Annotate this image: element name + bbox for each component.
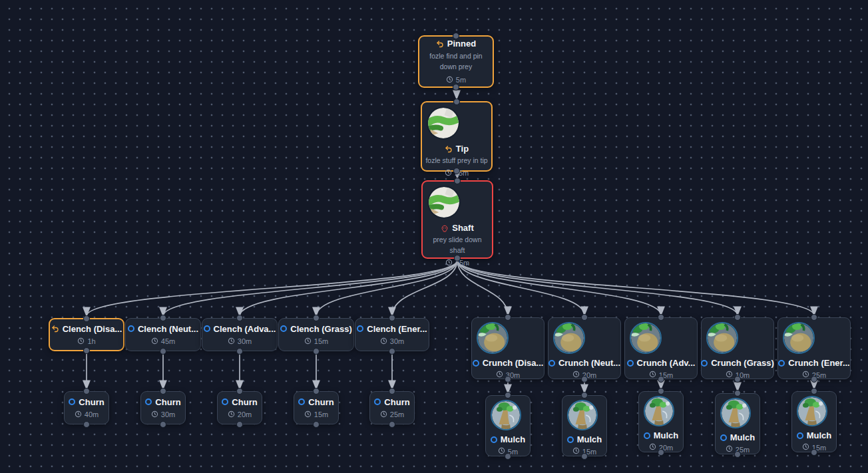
circle-icon (473, 360, 479, 367)
circle-icon (222, 398, 228, 405)
node-title-text: Clench (Ener... (367, 324, 427, 334)
handle-bottom[interactable] (658, 376, 664, 383)
node-tip[interactable]: Tipfozle stuff prey in tip15m (421, 101, 493, 172)
node-clench-2[interactable]: Clench (Neut...45m (125, 318, 201, 351)
node-duration-text: 45m (161, 337, 175, 345)
handle-top[interactable] (83, 315, 90, 322)
node-title: Churn (374, 397, 409, 407)
node-duration: 15m (304, 410, 328, 419)
node-churn-1[interactable]: Churn40m (64, 391, 109, 424)
node-crunch-2[interactable]: Crunch (Neut...20m (548, 317, 621, 379)
circle-icon (644, 432, 650, 439)
handle-bottom[interactable] (160, 348, 166, 355)
edge-shaft-to-crunch-4[interactable] (457, 260, 738, 315)
edge-shaft-to-clench-4[interactable] (316, 260, 457, 316)
node-crunch-3[interactable]: Crunch (Adv...15m (624, 317, 698, 379)
node-duration: 30m (380, 337, 404, 346)
handle-bottom[interactable] (734, 451, 741, 458)
handle-top[interactable] (313, 388, 320, 394)
undo-arrow-icon (51, 325, 59, 333)
clock-icon (446, 76, 453, 84)
handle-top[interactable] (453, 98, 460, 105)
handle-top[interactable] (236, 388, 243, 394)
handle-bottom[interactable] (389, 421, 395, 428)
node-title-text: Clench (Adva... (214, 324, 276, 334)
node-crunch-5[interactable]: Crunch (Ener...25m (777, 317, 851, 379)
node-churn-5[interactable]: Churn25m (369, 391, 415, 424)
edge-pinned-to-tip[interactable] (456, 89, 457, 99)
handle-bottom[interactable] (83, 347, 90, 354)
handle-bottom[interactable] (811, 376, 817, 383)
node-pinned[interactable]: Pinnedfozle find and pin down prey5m (418, 35, 494, 88)
node-title-text: Churn (79, 397, 104, 407)
node-mulch-3[interactable]: Mulch20m (638, 391, 684, 452)
node-mulch-5[interactable]: Mulch15m (791, 391, 837, 452)
node-clench-3[interactable]: Clench (Adva...30m (202, 318, 278, 351)
handle-bottom[interactable] (236, 348, 243, 355)
handle-top[interactable] (658, 314, 664, 321)
handle-bottom[interactable] (581, 376, 588, 383)
handle-bottom[interactable] (313, 421, 320, 428)
handle-top[interactable] (83, 388, 90, 394)
handle-bottom[interactable] (453, 84, 459, 90)
handle-bottom[interactable] (505, 453, 511, 460)
node-clench-1[interactable]: Clench (Disa...1h (49, 318, 124, 351)
node-mulch-4[interactable]: Mulch25m (715, 393, 760, 454)
clock-icon (802, 371, 809, 379)
handle-top[interactable] (658, 388, 664, 394)
handle-top[interactable] (581, 314, 588, 321)
node-title: Churn (69, 397, 104, 407)
handle-bottom[interactable] (236, 421, 243, 428)
handle-top[interactable] (160, 315, 166, 321)
node-clench-4[interactable]: Clench (Grass)15m (278, 318, 354, 351)
node-title: Mulch (567, 434, 602, 444)
handle-bottom[interactable] (811, 449, 817, 456)
node-title-text: Pinned (447, 39, 476, 49)
node-shaft[interactable]: Shaftprey slide down shaft15m (421, 180, 493, 259)
handle-top[interactable] (389, 388, 395, 394)
handle-top[interactable] (505, 392, 511, 398)
handle-bottom[interactable] (313, 348, 320, 355)
node-clench-5[interactable]: Clench (Ener...30m (355, 318, 429, 351)
handle-bottom[interactable] (83, 421, 90, 428)
handle-top[interactable] (453, 33, 459, 39)
handle-top[interactable] (454, 178, 461, 184)
skull-icon (441, 224, 449, 232)
edge-shaft-to-clench-2[interactable] (163, 260, 457, 316)
node-churn-4[interactable]: Churn15m (294, 391, 339, 424)
node-churn-2[interactable]: Churn30m (140, 391, 186, 424)
clock-icon (77, 337, 85, 346)
handle-bottom[interactable] (454, 255, 461, 261)
node-title-text: Crunch (Disa... (483, 358, 544, 368)
handle-bottom[interactable] (453, 168, 460, 174)
handle-top[interactable] (734, 314, 741, 321)
node-title-text: Shaft (452, 223, 474, 233)
edge-shaft-to-crunch-2[interactable] (457, 260, 584, 315)
handle-bottom[interactable] (658, 449, 664, 456)
node-title: Mulch (797, 430, 832, 440)
handle-top[interactable] (236, 315, 243, 321)
undo-arrow-icon (436, 40, 444, 48)
handle-top[interactable] (160, 388, 166, 394)
handle-bottom[interactable] (160, 421, 166, 428)
node-title-text: Mulch (730, 432, 756, 442)
handle-top[interactable] (389, 315, 395, 321)
handle-bottom[interactable] (505, 376, 511, 383)
edge-shaft-to-crunch-5[interactable] (457, 260, 814, 315)
flow-canvas[interactable]: Pinnedfozle find and pin down prey5mTipf… (0, 0, 868, 473)
node-churn-3[interactable]: Churn20m (217, 391, 262, 424)
handle-bottom[interactable] (734, 376, 741, 383)
node-mulch-2[interactable]: Mulch15m (562, 395, 607, 456)
handle-bottom[interactable] (581, 453, 588, 460)
node-crunch-4[interactable]: Crunch (Grass)10m (701, 317, 774, 379)
handle-top[interactable] (505, 314, 511, 321)
node-crunch-1[interactable]: Crunch (Disa...30m (471, 317, 544, 379)
handle-top[interactable] (811, 388, 817, 394)
handle-bottom[interactable] (389, 348, 395, 355)
handle-top[interactable] (313, 315, 320, 321)
handle-top[interactable] (811, 314, 817, 321)
node-mulch-1[interactable]: Mulch5m (485, 395, 531, 456)
handle-top[interactable] (734, 390, 741, 396)
handle-top[interactable] (581, 392, 588, 398)
edge-shaft-to-clench-1[interactable] (87, 260, 457, 316)
